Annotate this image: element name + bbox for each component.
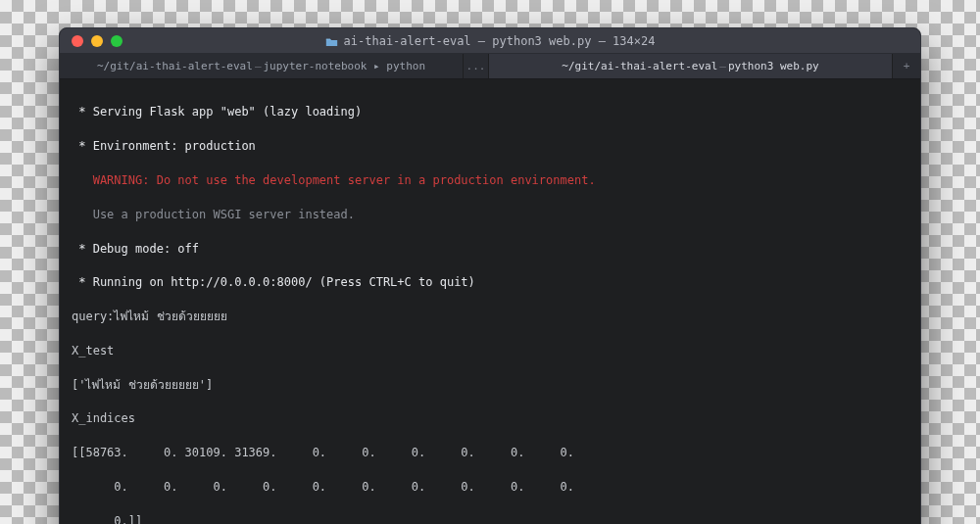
tab-python-web-path: ~/git/ai-thai-alert-eval [562, 60, 717, 72]
term-line: * Running on http://0.0.0.0:8000/ (Press… [72, 274, 908, 291]
tab-python-web-proc: python3 web.py [728, 60, 819, 72]
term-line: ['ไฟไหม้ ช่วยด้วยยยยย'] [72, 377, 908, 394]
new-tab-button[interactable]: + [893, 54, 920, 78]
term-line: * Serving Flask app "web" (lazy loading) [72, 104, 908, 120]
term-line: query:ไฟไหม้ ช่วยด้วยยยยย [72, 309, 908, 325]
zoom-icon[interactable] [111, 35, 122, 47]
terminal-output[interactable]: * Serving Flask app "web" (lazy loading)… [60, 79, 920, 524]
tab-separator: — [255, 60, 262, 72]
term-line: Use a production WSGI server instead. [72, 207, 908, 223]
tab-bar: ~/git/ai-thai-alert-eval — jupyter-noteb… [60, 54, 920, 79]
term-line: X_indices [72, 410, 908, 427]
window-title-text: ai-thai-alert-eval — python3 web.py — 13… [344, 34, 656, 48]
terminal-window: ai-thai-alert-eval — python3 web.py — 13… [59, 27, 921, 524]
term-line: X_test [72, 343, 908, 359]
tab-jupyter-path: ~/git/ai-thai-alert-eval [97, 60, 253, 72]
tab-python-web[interactable]: ~/git/ai-thai-alert-eval — python3 web.p… [489, 54, 893, 78]
traffic-lights [60, 35, 122, 47]
plus-icon: + [904, 60, 910, 72]
term-line: * Debug mode: off [72, 241, 908, 258]
titlebar[interactable]: ai-thai-alert-eval — python3 web.py — 13… [60, 28, 920, 54]
term-line: 0.]] [72, 513, 908, 524]
term-line: [[58763. 0. 30109. 31369. 0. 0. 0. 0. 0.… [72, 445, 908, 461]
window-title: ai-thai-alert-eval — python3 web.py — 13… [60, 34, 920, 48]
close-icon[interactable] [72, 35, 83, 47]
folder-icon [325, 36, 338, 46]
term-line: 0. 0. 0. 0. 0. 0. 0. 0. 0. 0. [72, 479, 908, 496]
tab-overflow-label: ... [466, 60, 486, 72]
term-line-warning: WARNING: Do not use the development serv… [72, 172, 908, 189]
tab-overflow-button[interactable]: ... [464, 54, 489, 78]
tab-separator: — [719, 60, 726, 72]
tab-jupyter[interactable]: ~/git/ai-thai-alert-eval — jupyter-noteb… [60, 54, 464, 78]
term-line: * Environment: production [72, 138, 908, 155]
minimize-icon[interactable] [91, 35, 103, 47]
tab-jupyter-proc: jupyter-notebook ▸ python [264, 60, 426, 72]
